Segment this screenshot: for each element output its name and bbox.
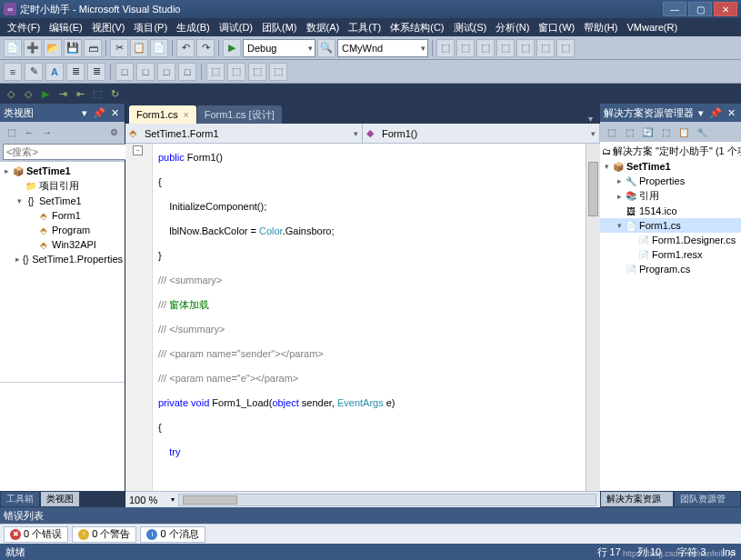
save-button[interactable]: 💾 <box>64 39 82 57</box>
expand-icon[interactable]: ▸ <box>615 176 625 185</box>
undo-button[interactable]: ↶ <box>176 39 195 57</box>
panel-tab[interactable]: 类视图 <box>40 491 80 507</box>
code-editor[interactable]: − public Form1(){ InitializeComponent();… <box>125 144 600 491</box>
class-dropdown[interactable]: ⬘SetTime1.Form1 <box>125 124 363 143</box>
expand-icon[interactable]: ▾ <box>15 196 25 205</box>
code-area[interactable]: public Form1(){ InitializeComponent(); l… <box>153 144 586 491</box>
dbg-4[interactable]: ⇥ <box>55 86 70 101</box>
tb-misc-6[interactable]: ⬚ <box>536 39 555 57</box>
error-filter-pill[interactable]: ✖0 个错误 <box>4 526 68 543</box>
tree-item[interactable]: ⬘Form1 <box>0 208 125 223</box>
menu-item[interactable]: VMware(R) <box>623 20 681 35</box>
maximize-button[interactable]: ▢ <box>688 2 712 16</box>
tree-item[interactable]: 🗂解决方案 "定时小助手" (1 个项目) <box>600 144 741 159</box>
solution-tree[interactable]: 🗂解决方案 "定时小助手" (1 个项目)▾📦SetTime1▸🔧Propert… <box>600 142 741 491</box>
tb2-9[interactable]: □ <box>178 63 196 81</box>
tree-item[interactable]: 📄Form1.resx <box>600 247 741 262</box>
panel-pin-icon[interactable]: 📌 <box>91 107 107 119</box>
tree-item[interactable]: 📄Program.cs <box>600 262 741 276</box>
find-button[interactable]: 🔍 <box>317 39 335 57</box>
panel-tab[interactable]: 工具箱 <box>0 491 40 507</box>
dbg-7[interactable]: ↻ <box>107 86 122 101</box>
menu-item[interactable]: 项目(P) <box>130 19 171 36</box>
add-item-button[interactable]: ➕ <box>24 39 42 57</box>
tree-item[interactable]: ▸📚引用 <box>600 188 741 204</box>
redo-button[interactable]: ↷ <box>196 39 215 57</box>
member-dropdown[interactable]: ◆Form1() <box>363 124 600 143</box>
cv-tb-settings[interactable]: ⚙ <box>105 124 122 140</box>
tree-item[interactable]: ⬘Program <box>0 223 125 237</box>
cv-tb-3[interactable]: → <box>39 124 55 140</box>
tb2-4[interactable]: ≣ <box>66 63 85 81</box>
dbg-2[interactable]: ◇ <box>21 86 35 101</box>
tb2-13[interactable]: ⬚ <box>269 63 287 81</box>
close-button[interactable]: ✕ <box>714 2 737 16</box>
tb2-6[interactable]: □ <box>115 63 134 81</box>
scrollbar-thumb[interactable] <box>588 162 598 216</box>
tb2-11[interactable]: ⬚ <box>227 63 245 81</box>
vertical-scrollbar[interactable] <box>586 144 600 491</box>
menu-item[interactable]: 调试(D) <box>215 19 256 36</box>
zoom-level[interactable]: 100 % <box>129 495 175 505</box>
se-tb-3[interactable]: 🔄 <box>639 124 656 140</box>
tree-item[interactable]: ▾📄Form1.cs <box>600 218 741 233</box>
copy-button[interactable]: 📋 <box>130 39 148 57</box>
expand-icon[interactable]: ▾ <box>615 221 625 230</box>
tabs-overflow-icon[interactable]: ▾ <box>585 114 596 124</box>
tb-misc-5[interactable]: ⬚ <box>516 39 535 57</box>
tb-misc-1[interactable]: ⬚ <box>436 39 455 57</box>
tree-item[interactable]: 📄Form1.Designer.cs <box>600 233 741 247</box>
config-dropdown[interactable]: Debug <box>243 39 315 57</box>
cut-button[interactable]: ✂ <box>110 39 128 57</box>
horizontal-scrollbar[interactable] <box>178 494 596 506</box>
new-project-button[interactable]: 📄 <box>4 39 22 57</box>
expand-icon[interactable]: ▸ <box>2 166 12 175</box>
expand-icon[interactable]: ▾ <box>602 162 612 171</box>
menu-item[interactable]: 分析(N) <box>492 19 533 36</box>
tb2-8[interactable]: □ <box>157 63 175 81</box>
panel-tab[interactable]: 解决方案资源管... <box>600 491 674 507</box>
tb2-7[interactable]: □ <box>136 63 155 81</box>
zoom-dropdown-icon[interactable]: ▾ <box>171 495 175 504</box>
fold-icon[interactable]: − <box>133 145 143 155</box>
start-button[interactable]: ▶ <box>223 39 241 57</box>
menu-item[interactable]: 生成(B) <box>173 19 214 36</box>
panel-close-icon[interactable]: ✕ <box>109 107 121 119</box>
tb2-3[interactable]: A <box>45 63 64 81</box>
minimize-button[interactable]: — <box>663 2 686 16</box>
class-view-tree[interactable]: ▸📦SetTime1📁项目引用▾{}SetTime1⬘Form1⬘Program… <box>0 162 125 382</box>
panel-close-icon[interactable]: ✕ <box>726 107 737 119</box>
tb2-12[interactable]: ⬚ <box>248 63 266 81</box>
tree-item[interactable]: ▸📦SetTime1 <box>0 164 125 178</box>
hscroll-thumb[interactable] <box>183 495 237 505</box>
se-tb-1[interactable]: ⬚ <box>603 124 619 140</box>
se-tb-2[interactable]: ⬚ <box>621 124 637 140</box>
panel-pin-icon[interactable]: 📌 <box>707 107 724 119</box>
menu-item[interactable]: 帮助(H) <box>580 19 621 36</box>
menu-item[interactable]: 工具(T) <box>345 19 385 36</box>
platform-dropdown[interactable]: CMyWnd <box>337 39 428 57</box>
tree-item[interactable]: ▸🔧Properties <box>600 174 741 188</box>
document-tab[interactable]: Form1.cs [设计] <box>197 105 282 124</box>
tb-misc-4[interactable]: ⬚ <box>496 39 515 57</box>
dbg-1[interactable]: ◇ <box>4 86 18 101</box>
tb2-2[interactable]: ✎ <box>25 63 43 81</box>
tree-item[interactable]: ▾📦SetTime1 <box>600 159 741 174</box>
menu-item[interactable]: 测试(S) <box>450 19 491 36</box>
cv-tb-1[interactable]: ⬚ <box>3 124 19 140</box>
dbg-6[interactable]: ⬚ <box>90 86 105 101</box>
tree-item[interactable]: 🖼1514.ico <box>600 204 741 218</box>
tb-misc-3[interactable]: ⬚ <box>476 39 495 57</box>
panel-tab[interactable]: 团队资源管理器 <box>674 491 741 507</box>
menu-item[interactable]: 文件(F) <box>4 19 44 36</box>
tree-item[interactable]: ⬘Win32API <box>0 237 125 252</box>
se-tb-6[interactable]: 🔧 <box>694 124 710 140</box>
tree-item[interactable]: 📁项目引用 <box>0 178 125 194</box>
menu-item[interactable]: 体系结构(C) <box>386 19 447 36</box>
panel-dropdown-icon[interactable]: ▾ <box>80 107 89 119</box>
tree-item[interactable]: ▾{}SetTime1 <box>0 194 125 208</box>
menu-item[interactable]: 数据(A) <box>303 19 344 36</box>
tb2-10[interactable]: ⬚ <box>206 63 225 81</box>
dbg-3[interactable]: ▶ <box>38 86 53 101</box>
panel-dropdown-icon[interactable]: ▾ <box>696 107 706 119</box>
